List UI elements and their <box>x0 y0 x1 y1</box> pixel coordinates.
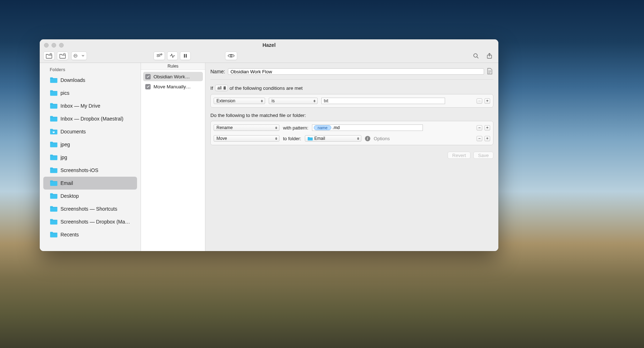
svg-point-3 <box>74 55 75 56</box>
folder-label: jpeg <box>60 142 70 147</box>
sidebar-header: Folders <box>40 65 141 74</box>
remove-folder-button[interactable] <box>57 52 68 60</box>
cond-suffix: of the following conditions are met <box>230 85 303 91</box>
rules-column: Rules Obsidian Work…Move Manually… <box>141 63 205 251</box>
sidebar-folder-item[interactable]: Inbox — Dropbox (Maestral) <box>43 112 137 125</box>
remove-condition-button[interactable]: − <box>477 98 482 104</box>
save-button[interactable]: Save <box>473 152 493 159</box>
folder-label: Inbox — My Drive <box>60 103 100 109</box>
condition-pm-group: − + <box>477 98 490 104</box>
condition-mode-select[interactable]: all <box>215 85 228 91</box>
rename-label: with pattern: <box>283 125 308 131</box>
svg-point-7 <box>157 55 158 57</box>
folder-label: Email <box>60 180 73 186</box>
more-menu-button[interactable] <box>71 52 87 60</box>
rule-checkbox[interactable] <box>145 84 151 89</box>
window-title: Hazel <box>40 42 498 48</box>
rule-label: Obsidian Work… <box>153 74 190 79</box>
condition-attribute-select[interactable]: Extension <box>214 98 265 104</box>
condition-value-input[interactable]: txt <box>321 98 445 104</box>
svg-point-6 <box>159 54 160 55</box>
sidebar-folder-item[interactable]: jpg <box>43 151 137 164</box>
remove-action-button[interactable]: − <box>477 125 482 131</box>
sidebar-folder-item[interactable]: Recents <box>43 228 137 241</box>
remove-action-button-2[interactable]: − <box>477 136 482 141</box>
options-link[interactable]: Options <box>374 136 390 141</box>
rename-pm-group: − + <box>477 125 490 131</box>
folder-label: jpg <box>60 155 67 160</box>
svg-point-11 <box>230 55 232 57</box>
action-type-select-move[interactable]: Move <box>214 135 279 142</box>
name-row: Name: <box>210 67 493 80</box>
conditions-header: If all of the following conditions are m… <box>210 85 493 91</box>
condition-operator-select[interactable]: is <box>269 98 318 104</box>
preview-button[interactable] <box>225 52 237 60</box>
move-action-row: Move to folder: Email i Options − + <box>214 134 490 143</box>
actions-header: Do the following to the matched file or … <box>210 113 493 118</box>
svg-point-5 <box>76 55 77 56</box>
svg-point-4 <box>75 55 76 56</box>
sidebar-folder-item[interactable]: pics <box>43 87 137 99</box>
titlebar: Hazel <box>40 39 498 51</box>
folder-icon <box>308 137 313 141</box>
actions-block: Rename with pattern: name .md − + <box>210 121 493 145</box>
rule-list: Obsidian Work…Move Manually… <box>141 70 205 93</box>
svg-point-16 <box>53 131 54 132</box>
name-label: Name: <box>210 69 225 74</box>
folder-label: Documents <box>60 129 86 134</box>
rule-name-input[interactable] <box>228 68 484 75</box>
folder-label: Recents <box>60 232 79 237</box>
sidebar-folder-item[interactable]: Screenshots — Dropbox (Ma… <box>43 215 137 228</box>
svg-rect-9 <box>184 54 185 58</box>
rename-action-row: Rename with pattern: name .md − + <box>214 123 490 132</box>
folder-label: Downloads <box>60 77 85 83</box>
revert-button[interactable]: Revert <box>448 152 470 159</box>
folder-label: pics <box>60 90 69 96</box>
rule-item[interactable]: Move Manually… <box>143 82 203 91</box>
folders-sidebar: Folders DownloadspicsInbox — My DriveInb… <box>40 63 141 251</box>
move-label: to folder: <box>283 136 301 141</box>
name-token[interactable]: name <box>314 125 332 130</box>
action-type-select-rename[interactable]: Rename <box>214 124 279 131</box>
sidebar-folder-item[interactable]: Email <box>43 177 137 190</box>
conditions-block: Extension is txt − + <box>210 94 493 108</box>
add-folder-button[interactable] <box>43 52 55 60</box>
share-button[interactable] <box>484 52 495 60</box>
svg-rect-10 <box>186 54 187 58</box>
rename-pattern-field[interactable]: name .md <box>312 124 423 131</box>
sidebar-folder-item[interactable]: Screenshots — Shortcuts <box>43 202 137 215</box>
folder-list: DownloadspicsInbox — My DriveInbox — Dro… <box>40 74 141 241</box>
move-folder-select[interactable]: Email <box>305 135 361 142</box>
add-condition-button[interactable]: + <box>484 98 490 104</box>
info-icon[interactable]: i <box>365 136 370 141</box>
folder-label: Desktop <box>60 193 79 199</box>
search-button[interactable] <box>470 52 481 60</box>
footer-buttons: Revert Save <box>210 152 493 159</box>
sidebar-folder-item[interactable]: Screenshots-iOS <box>43 164 137 177</box>
rule-detail-pane: Name: If all of the following conditions… <box>205 63 498 251</box>
sidebar-folder-item[interactable]: jpeg <box>43 138 137 151</box>
notes-icon[interactable] <box>487 68 493 75</box>
add-action-button[interactable]: + <box>484 125 490 131</box>
svg-point-12 <box>474 54 477 57</box>
sidebar-folder-item[interactable]: Downloads <box>43 74 137 87</box>
sidebar-folder-item[interactable]: Documents <box>43 125 137 138</box>
pattern-suffix: .md <box>332 125 340 130</box>
sidebar-folder-item[interactable]: Desktop <box>43 190 137 202</box>
app-window: Hazel <box>40 39 498 251</box>
add-action-button-2[interactable]: + <box>484 136 490 141</box>
condition-row: Extension is txt − + <box>214 97 490 105</box>
cond-prefix: If <box>210 85 213 91</box>
rule-item[interactable]: Obsidian Work… <box>143 72 203 81</box>
rule-settings-button[interactable] <box>153 52 165 60</box>
activity-button[interactable] <box>167 52 178 60</box>
rule-label: Move Manually… <box>153 84 191 89</box>
folder-label: Screenshots-iOS <box>60 167 98 173</box>
folder-label: Screenshots — Shortcuts <box>60 206 117 212</box>
sidebar-folder-item[interactable]: Inbox — My Drive <box>43 99 137 112</box>
folder-label: Screenshots — Dropbox (Ma… <box>60 219 130 225</box>
rule-checkbox[interactable] <box>145 74 151 79</box>
folder-label: Inbox — Dropbox (Maestral) <box>60 116 123 122</box>
pause-button[interactable] <box>180 52 191 60</box>
window-body: Folders DownloadspicsInbox — My DriveInb… <box>40 63 498 251</box>
